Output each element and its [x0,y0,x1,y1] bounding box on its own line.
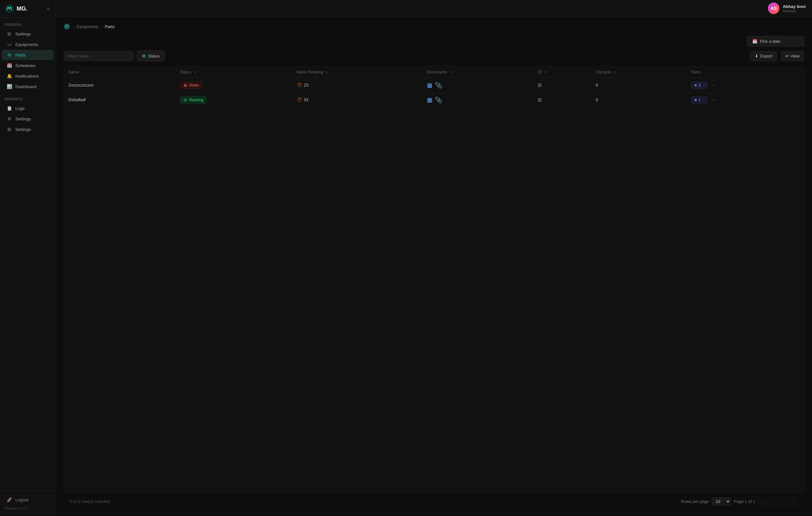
cell-name: Dsfsdfsdf [64,93,175,107]
pick-date-label: Pick a date [760,39,780,44]
logout-button[interactable]: 🚀 Logout [2,495,54,505]
col-id[interactable]: ID ⇅ [533,67,591,78]
cell-lifecycle: 0 [591,78,687,93]
row-menu-button[interactable]: ··· [710,81,718,89]
cell-id: ⊞ [533,93,591,107]
rows-per-page-select[interactable]: 10 20 50 100 [712,497,731,506]
breadcrumb-sep2: › [101,24,102,29]
col-name[interactable]: Name [64,67,175,78]
parts-dot [695,84,697,86]
doc-table-icon[interactable]: ▦ [427,82,432,89]
qr-icon: ⊞ [538,97,542,102]
parts-dot [695,99,697,101]
row-menu-button[interactable]: ··· [710,96,718,104]
data-table-wrapper: Name Status ⇅ Meter Reading ⇅ Documents [64,66,804,493]
notifications-icon: 🔔 [6,73,12,79]
parts-badge[interactable]: 1 · [691,96,707,103]
sidebar-item-label: Equipments [15,42,38,47]
sidebar-item-equipments[interactable]: ▭ Equipments [2,39,54,50]
export-icon: ⬇ [755,54,758,58]
version-label: Release v0.4.3 [0,505,56,513]
export-label: Export [760,54,772,58]
breadcrumb-parts: Parts [105,24,114,29]
sidebar-item-schedules[interactable]: 📅 Schedules [2,60,54,70]
pick-date-button[interactable]: 📅 Pick a date [747,36,804,47]
cell-name: Zxczxczxczxc [64,78,175,93]
doc-attachment-icon[interactable]: 📎 [435,82,442,89]
export-button[interactable]: ⬇ Export [750,51,777,61]
page-prev-button[interactable]: ‹ [768,497,778,506]
user-info[interactable]: AS Abhay Soni Manager [768,3,806,14]
table-row: Zxczxczxczxc ⊗ Down ⏱ 23 [64,78,804,93]
sort-icon: ⇅ [614,70,616,74]
page-next-button[interactable]: › [779,497,788,506]
view-label: View [791,54,800,58]
adv-settings-icon: ⚙ [6,116,12,121]
col-parts: Parts [687,67,804,78]
col-lifecycle[interactable]: Lifecycle ⇅ [591,67,687,78]
collapse-button[interactable]: « [46,4,51,13]
sidebar-bottom: 🚀 Logout Release v0.4.3 [0,491,56,516]
status-filter-button[interactable]: ⊕ Status [137,51,165,61]
col-status[interactable]: Status ⇅ [175,67,292,78]
avatar: AS [768,3,779,14]
status-badge-running: ⊙ Running [180,96,207,104]
cell-parts: 1 · ··· [687,93,804,107]
cell-status: ⊗ Down [175,78,292,93]
cell-meter-reading: ⏱ 23 [292,78,423,93]
parts-badge[interactable]: 3 · [691,82,707,89]
parts-icon: ⚙ [6,52,12,58]
doc-attachment-icon[interactable]: 📎 [435,96,442,103]
status-filter-label: Status [148,54,160,58]
sidebar-item-parts[interactable]: ⚙ Parts [2,50,54,60]
adv-settings2-icon: ⊞ [6,127,12,132]
meter-icon: ⏱ [297,97,302,103]
rows-per-page-label: Rows per page [681,499,709,504]
sidebar-item-dashboard[interactable]: 📊 Dashboard [2,82,54,92]
sort-icon: ⇅ [544,70,546,74]
sidebar-item-settings[interactable]: ⊞ Settings [2,29,54,39]
page-nav: « ‹ › » [758,497,798,506]
cell-id: ⊞ [533,78,591,93]
table-header-row: Name Status ⇅ Meter Reading ⇅ Documents [64,67,804,78]
breadcrumb-home-icon[interactable] [64,23,70,30]
col-documents[interactable]: Documents ⇅ [423,67,533,78]
date-row: 📅 Pick a date [64,36,804,47]
sidebar-item-label: Dashboard [15,84,36,89]
calendar-icon: 📅 [752,39,757,44]
filter-input[interactable] [64,51,134,61]
sidebar-item-label: Settings [15,32,31,36]
sidebar-item-adv-settings[interactable]: ⚙ Settings [2,114,54,124]
table-footer: 0 of 2 row(s) selected. Rows per page 10… [64,493,804,510]
user-role: Manager [783,9,806,13]
meter-icon: ⏱ [297,82,302,88]
sidebar-item-notifications[interactable]: 🔔 Notifications [2,71,54,81]
schedules-icon: 📅 [6,63,12,68]
view-button[interactable]: ⇌ View [780,51,804,61]
sidebar-item-label: Settings [15,117,31,121]
breadcrumb-equipments[interactable]: Equipments [76,24,98,29]
sidebar-header: MG. « [0,0,56,18]
sidebar-item-adv-settings2[interactable]: ⊞ Settings [2,124,54,134]
cell-documents: ▦ 📎 [423,93,533,107]
sidebar-item-logs[interactable]: 📋 Logs [2,103,54,113]
sort-icon: ⇅ [194,70,196,74]
toolbar-left: ⊕ Status [64,51,747,61]
settings-icon: ⊞ [6,31,12,36]
sidebar-item-label: Parts [15,53,26,58]
toolbar: ⊕ Status ⬇ Export ⇌ View [64,51,804,61]
logout-label: Logout [15,497,28,502]
doc-table-icon[interactable]: ▦ [427,96,432,103]
col-meter-reading[interactable]: Meter Reading ⇅ [292,67,423,78]
cell-meter-reading: ⏱ 33 [292,93,423,107]
logo-text: MG. [17,5,27,12]
advance-section: Advance 📋 Logs ⚙ Settings ⊞ Settings [0,92,56,135]
cell-documents: ▦ 📎 [423,78,533,93]
logo-icon [4,4,14,13]
pagination: Rows per page 10 20 50 100 Page 1 of 1 «… [681,497,798,506]
page-first-button[interactable]: « [758,497,767,506]
page-last-button[interactable]: » [789,497,798,506]
equipments-icon: ▭ [6,42,12,47]
sidebar-logo: MG. [4,4,27,13]
cell-parts: 3 · ··· [687,78,804,93]
